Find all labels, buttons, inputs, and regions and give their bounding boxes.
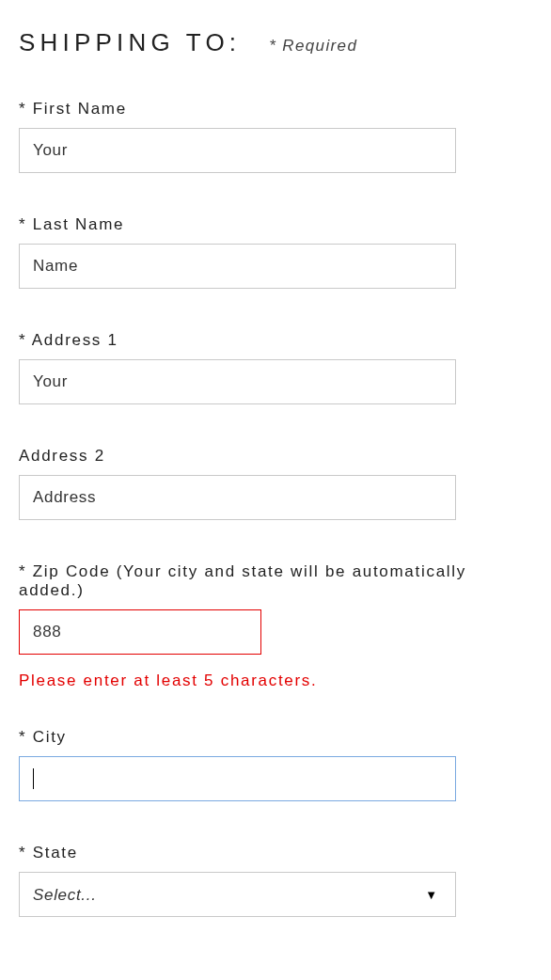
address1-label: * Address 1: [19, 331, 532, 350]
field-zip: * Zip Code (Your city and state will be …: [19, 562, 532, 655]
last-name-input[interactable]: [19, 244, 456, 289]
address2-label: Address 2: [19, 447, 532, 466]
state-label: * State: [19, 844, 532, 862]
first-name-input[interactable]: [19, 128, 456, 173]
zip-input[interactable]: [19, 609, 261, 655]
first-name-label: * First Name: [19, 100, 532, 119]
field-state: * State Select... ▼: [19, 844, 532, 917]
last-name-label: * Last Name: [19, 215, 532, 234]
address2-input[interactable]: [19, 475, 456, 520]
field-address2: Address 2: [19, 447, 532, 520]
zip-error-message: Please enter at least 5 characters.: [19, 672, 532, 690]
address1-input[interactable]: [19, 359, 456, 404]
field-address1: * Address 1: [19, 331, 532, 404]
city-input[interactable]: [19, 756, 456, 801]
form-header: SHIPPING TO: * Required: [19, 28, 532, 57]
field-first-name: * First Name: [19, 100, 532, 173]
field-city: * City: [19, 728, 532, 801]
text-cursor-icon: [33, 768, 34, 789]
required-note: * Required: [269, 37, 357, 55]
field-last-name: * Last Name: [19, 215, 532, 289]
city-label: * City: [19, 728, 532, 747]
zip-label: * Zip Code (Your city and state will be …: [19, 562, 532, 600]
state-select-wrap: Select... ▼: [19, 872, 456, 917]
state-select[interactable]: Select...: [19, 872, 456, 917]
page-title: SHIPPING TO:: [19, 28, 241, 57]
